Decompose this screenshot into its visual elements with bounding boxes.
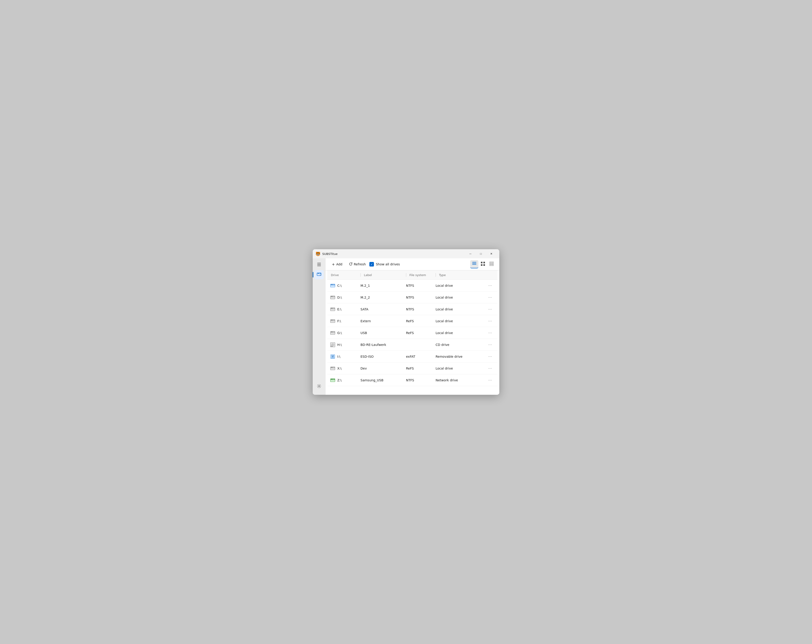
row-more-button[interactable]: ··· bbox=[487, 329, 494, 336]
checkbox-checked-icon: ✓ bbox=[369, 262, 374, 266]
col-divider-2 bbox=[406, 273, 406, 277]
svg-rect-16 bbox=[490, 262, 494, 266]
svg-rect-49 bbox=[332, 355, 332, 356]
svg-rect-50 bbox=[333, 355, 334, 356]
drive-cell: H:\ bbox=[329, 341, 359, 349]
filesystem-cell bbox=[404, 344, 434, 346]
table-rows-container: C:\ M.2_1 NTFS Local drive ··· D:\ M.2_2… bbox=[327, 280, 498, 386]
table-row[interactable]: X:\ Dev ReFS Local drive ··· bbox=[327, 362, 498, 374]
type-cell: CD drive bbox=[434, 342, 487, 347]
sidebar-menu-button[interactable] bbox=[314, 260, 324, 269]
label-cell: M.2_2 bbox=[359, 295, 404, 300]
type-cell: Local drive bbox=[434, 365, 487, 371]
row-more-button[interactable]: ··· bbox=[487, 306, 494, 313]
label-cell: BD-RE-Laufwerk bbox=[359, 342, 404, 347]
label-cell: M.2_1 bbox=[359, 283, 404, 288]
table-view-button[interactable] bbox=[487, 260, 496, 268]
row-more-button[interactable]: ··· bbox=[487, 317, 494, 325]
drive-cell: Z:\ bbox=[329, 376, 359, 384]
grid-view-icon bbox=[481, 262, 485, 267]
row-more-button[interactable]: ··· bbox=[487, 376, 494, 384]
drive-icon bbox=[330, 354, 336, 359]
sidebar-bottom bbox=[314, 382, 324, 393]
column-header-drive: Drive bbox=[329, 272, 359, 278]
minimize-button[interactable]: ─ bbox=[465, 250, 476, 257]
type-cell: Local drive bbox=[434, 318, 487, 324]
label-cell: Dev bbox=[359, 365, 404, 371]
drive-icon bbox=[330, 306, 336, 312]
filesystem-cell: NTFS bbox=[404, 283, 434, 288]
content-area: + Add Refresh ✓ Show all drives bbox=[325, 258, 499, 395]
drive-letter: E:\ bbox=[337, 308, 341, 311]
filesystem-cell: ReFS bbox=[404, 318, 434, 324]
row-more-button[interactable]: ··· bbox=[487, 341, 494, 349]
svg-rect-13 bbox=[483, 262, 485, 263]
table-row[interactable]: H:\ BD-RE-Laufwerk CD drive ··· bbox=[327, 339, 498, 351]
svg-rect-2 bbox=[317, 266, 321, 266]
list-view-button[interactable] bbox=[470, 260, 478, 268]
filesystem-cell: ReFS bbox=[404, 365, 434, 371]
filesystem-cell: exFAT bbox=[404, 354, 434, 359]
maximize-button[interactable]: □ bbox=[476, 250, 486, 257]
grid-view-button[interactable] bbox=[479, 260, 487, 268]
column-header-label: Label bbox=[359, 272, 404, 278]
table-row[interactable]: I:\ ESD-ISO exFAT Removable drive ··· bbox=[327, 351, 498, 362]
type-cell: Local drive bbox=[434, 306, 487, 312]
filesystem-cell: ReFS bbox=[404, 330, 434, 336]
svg-point-27 bbox=[334, 296, 334, 297]
drive-letter: Z:\ bbox=[337, 378, 342, 382]
app-window: 🐯 SUBSTitue ─ □ ✕ bbox=[313, 249, 499, 395]
drive-letter: D:\ bbox=[337, 295, 342, 299]
drive-cell: E:\ bbox=[329, 306, 359, 313]
svg-point-44 bbox=[333, 344, 333, 345]
label-cell: Samsung_USB bbox=[359, 378, 404, 383]
table-row[interactable]: D:\ M.2_2 NTFS Local drive ··· bbox=[327, 292, 498, 303]
svg-rect-45 bbox=[331, 346, 333, 347]
show-all-drives-toggle[interactable]: ✓ Show all drives bbox=[369, 262, 400, 266]
label-cell: USB bbox=[359, 330, 404, 336]
drive-cell: D:\ bbox=[329, 294, 359, 301]
filesystem-cell: NTFS bbox=[404, 378, 434, 383]
svg-point-5 bbox=[320, 273, 321, 274]
svg-rect-28 bbox=[331, 296, 333, 297]
sidebar-item-drives[interactable] bbox=[314, 270, 324, 279]
filesystem-cell: NTFS bbox=[404, 306, 434, 312]
table-header: Drive Label File system Type bbox=[327, 270, 498, 280]
svg-rect-48 bbox=[331, 358, 334, 358]
drives-icon bbox=[317, 272, 321, 277]
col-divider-1 bbox=[360, 273, 361, 277]
svg-point-58 bbox=[334, 379, 334, 379]
row-more-button[interactable]: ··· bbox=[487, 294, 494, 301]
row-more-button[interactable]: ··· bbox=[487, 365, 494, 372]
refresh-icon bbox=[349, 262, 353, 266]
svg-rect-55 bbox=[331, 367, 333, 368]
table-row[interactable]: C:\ M.2_1 NTFS Local drive ··· bbox=[327, 280, 498, 292]
view-controls bbox=[470, 260, 496, 268]
close-button[interactable]: ✕ bbox=[486, 250, 496, 257]
drive-icon bbox=[330, 378, 336, 383]
svg-point-23 bbox=[334, 284, 334, 285]
svg-rect-9 bbox=[472, 262, 476, 262]
svg-rect-32 bbox=[331, 308, 333, 309]
table-row[interactable]: E:\ SATA NTFS Local drive ··· bbox=[327, 303, 498, 315]
column-header-actions bbox=[487, 272, 496, 278]
table-row[interactable]: G:\ USB ReFS Local drive ··· bbox=[327, 327, 498, 339]
table-row[interactable]: F:\ Extern ReFS Local drive ··· bbox=[327, 315, 498, 327]
toolbar: + Add Refresh ✓ Show all drives bbox=[325, 258, 499, 270]
svg-point-54 bbox=[334, 367, 334, 368]
row-more-button[interactable]: ··· bbox=[487, 353, 494, 360]
svg-rect-14 bbox=[481, 264, 482, 266]
svg-point-31 bbox=[334, 308, 334, 309]
window-title: SUBSTitue bbox=[322, 252, 465, 256]
refresh-button[interactable]: Refresh bbox=[346, 261, 369, 268]
table-row[interactable]: Z:\ Samsung_USB NTFS Network drive ··· bbox=[327, 374, 498, 386]
label-cell: Extern bbox=[359, 318, 404, 324]
table-view-icon bbox=[490, 262, 494, 267]
type-cell: Network drive bbox=[434, 378, 487, 383]
row-more-button[interactable]: ··· bbox=[487, 282, 494, 289]
sidebar-settings-button[interactable] bbox=[314, 382, 324, 391]
add-button[interactable]: + Add bbox=[329, 261, 345, 268]
column-header-type: Type bbox=[434, 272, 487, 278]
drive-cell: I:\ bbox=[329, 353, 359, 360]
type-cell: Local drive bbox=[434, 295, 487, 300]
